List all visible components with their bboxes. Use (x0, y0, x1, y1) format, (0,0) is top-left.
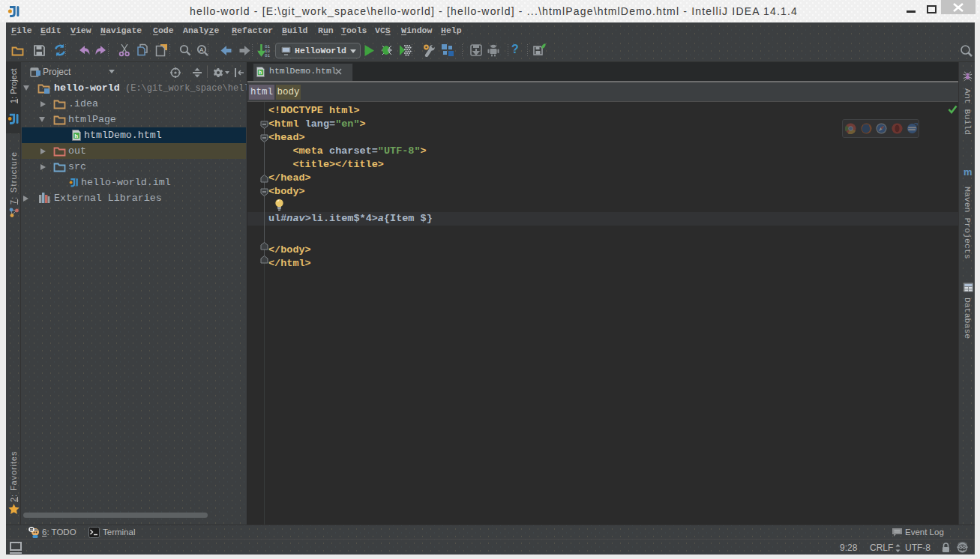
svg-text:01: 01 (265, 53, 271, 57)
svg-text:h: h (74, 133, 78, 139)
svg-text:A: A (199, 46, 204, 53)
svg-text:h: h (259, 70, 262, 76)
